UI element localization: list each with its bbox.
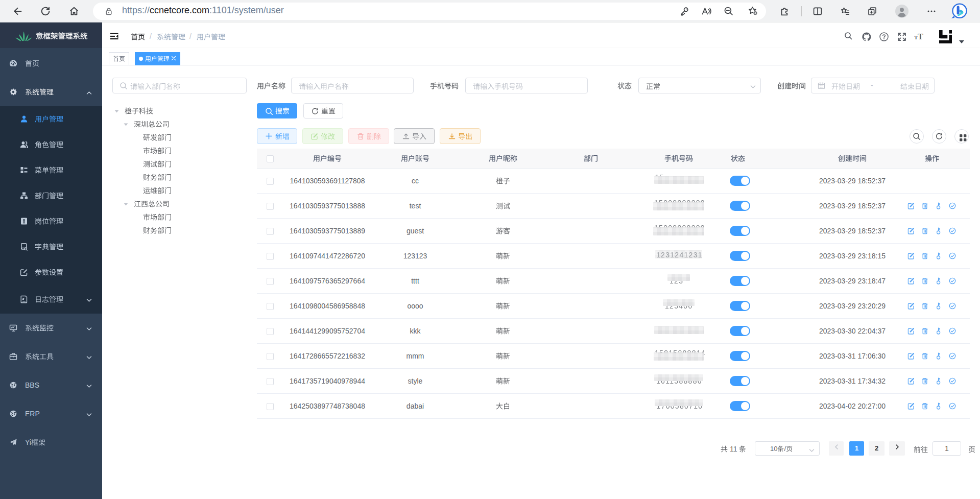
svg-text:T: T xyxy=(918,32,923,41)
